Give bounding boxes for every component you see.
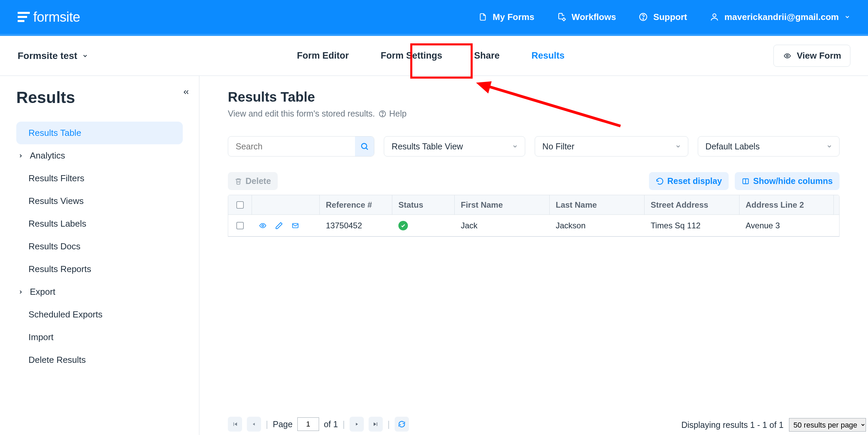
sidebar-item-analytics[interactable]: Analytics <box>16 144 183 167</box>
controls-row: Results Table View No Filter Default Lab… <box>228 136 840 157</box>
cell-addr2: Avenue 3 <box>739 215 834 236</box>
chevron-down-icon <box>826 143 832 149</box>
pager-prev-button[interactable] <box>247 417 261 432</box>
svg-point-2 <box>643 19 644 19</box>
main: Results Table View and edit this form's … <box>199 76 868 435</box>
edit-row-button[interactable] <box>275 222 283 230</box>
chevron-right-icon <box>18 289 23 295</box>
view-form-button[interactable]: View Form <box>773 45 850 67</box>
select-all-checkbox[interactable] <box>236 201 244 209</box>
pencil-icon <box>275 222 283 230</box>
topbar: formsite My Forms Workflows Support mave… <box>0 0 868 36</box>
per-page-select[interactable]: 50 results per page <box>789 418 866 432</box>
chevrons-left-icon <box>182 88 190 96</box>
tab-editor[interactable]: Form Editor <box>293 46 353 66</box>
user-icon <box>710 12 719 22</box>
sidebar-title: Results <box>16 88 183 107</box>
sidebar-item-import[interactable]: Import <box>16 326 183 349</box>
pager-refresh-button[interactable] <box>395 417 409 432</box>
th-reference[interactable]: Reference # <box>320 195 392 214</box>
show-hide-columns-button[interactable]: Show/hide columns <box>735 172 840 190</box>
search-button[interactable] <box>355 137 374 156</box>
reset-display-button[interactable]: Reset display <box>649 172 729 190</box>
cell-city: New York <box>834 215 840 236</box>
th-actions <box>252 195 320 214</box>
nav-workflows[interactable]: Workflows <box>557 12 616 22</box>
chevron-down-icon <box>512 143 518 149</box>
th-addr2[interactable]: Address Line 2 <box>739 195 834 214</box>
nav-my-forms[interactable]: My Forms <box>478 12 534 22</box>
page-subtitle: View and edit this form's stored results… <box>228 109 840 119</box>
caret-left-icon <box>252 421 256 427</box>
mail-icon <box>291 222 300 229</box>
skip-forward-icon <box>373 421 379 427</box>
help-circle-icon <box>378 110 387 118</box>
email-row-button[interactable] <box>291 222 300 229</box>
delete-button[interactable]: Delete <box>228 172 278 190</box>
table-row[interactable]: 13750452 Jack Jackson Times Sq 112 Avenu… <box>228 215 839 236</box>
th-city[interactable]: City <box>834 195 840 214</box>
caret-right-icon <box>354 421 359 427</box>
sidebar-item-export[interactable]: Export <box>16 281 183 303</box>
form-selector[interactable]: Formsite test <box>18 50 88 61</box>
th-first-name[interactable]: First Name <box>455 195 550 214</box>
sidebar-item-views[interactable]: Results Views <box>16 190 183 212</box>
search-icon <box>360 142 369 151</box>
brand-text: formsite <box>33 9 80 25</box>
pager-last-button[interactable] <box>369 417 383 432</box>
workflow-icon <box>557 12 566 22</box>
top-nav: My Forms Workflows Support maverickandri… <box>478 12 850 22</box>
sidebar-item-docs[interactable]: Results Docs <box>16 235 183 258</box>
pager-summary-text: Displaying results 1 - 1 of 1 <box>681 420 784 430</box>
svg-point-8 <box>382 115 383 116</box>
cell-status <box>392 215 455 236</box>
eye-icon <box>783 52 792 60</box>
results-table: Reference # Status First Name Last Name … <box>228 195 840 237</box>
filter-select[interactable]: No Filter <box>535 136 688 157</box>
actions-row: Delete Reset display Show/hide columns <box>228 172 840 190</box>
row-checkbox[interactable] <box>236 222 244 229</box>
tab-share[interactable]: Share <box>470 46 504 66</box>
th-status[interactable]: Status <box>392 195 455 214</box>
pager-page-label: Page <box>273 419 293 429</box>
pager-page-input[interactable] <box>297 417 319 431</box>
th-last-name[interactable]: Last Name <box>550 195 645 214</box>
file-icon <box>478 12 487 22</box>
pager: | Page of 1 | | <box>228 417 409 432</box>
nav-support[interactable]: Support <box>638 12 687 22</box>
chevron-down-icon <box>844 14 850 20</box>
sidebar-item-delete-results[interactable]: Delete Results <box>16 349 183 371</box>
sidebar-item-labels[interactable]: Results Labels <box>16 212 183 235</box>
svg-point-3 <box>713 14 716 17</box>
chevron-right-icon <box>18 153 23 159</box>
brand-logo[interactable]: formsite <box>18 9 80 25</box>
nav-account[interactable]: maverickandrii@gmail.com <box>710 12 851 22</box>
eye-icon <box>258 222 268 229</box>
chevron-down-icon <box>675 143 681 149</box>
subbar: Formsite test Form Editor Form Settings … <box>0 36 868 76</box>
table-header: Reference # Status First Name Last Name … <box>228 195 839 215</box>
columns-icon <box>742 178 750 185</box>
status-ok-icon <box>398 221 408 230</box>
help-link[interactable]: Help <box>378 109 407 119</box>
svg-point-4 <box>786 55 788 57</box>
cell-last-name: Jackson <box>550 215 645 236</box>
view-row-button[interactable] <box>258 222 268 229</box>
chevron-down-icon <box>82 53 88 59</box>
collapse-sidebar-button[interactable] <box>182 88 190 96</box>
sidebar-item-reports[interactable]: Results Reports <box>16 258 183 281</box>
brand-mark-icon <box>18 12 30 22</box>
sidebar-item-filters[interactable]: Results Filters <box>16 167 183 190</box>
sidebar-item-results-table[interactable]: Results Table <box>16 122 183 144</box>
pager-next-button[interactable] <box>350 417 364 432</box>
labels-select[interactable]: Default Labels <box>698 136 840 157</box>
view-select[interactable]: Results Table View <box>384 136 525 157</box>
svg-point-0 <box>563 18 565 21</box>
sidebar-item-scheduled-exports[interactable]: Scheduled Exports <box>16 303 183 326</box>
th-street[interactable]: Street Address <box>645 195 739 214</box>
tab-settings[interactable]: Form Settings <box>377 46 447 66</box>
page-title: Results Table <box>228 89 840 105</box>
tab-results[interactable]: Results <box>527 46 569 66</box>
search-input[interactable] <box>228 142 355 151</box>
pager-first-button[interactable] <box>228 417 242 432</box>
